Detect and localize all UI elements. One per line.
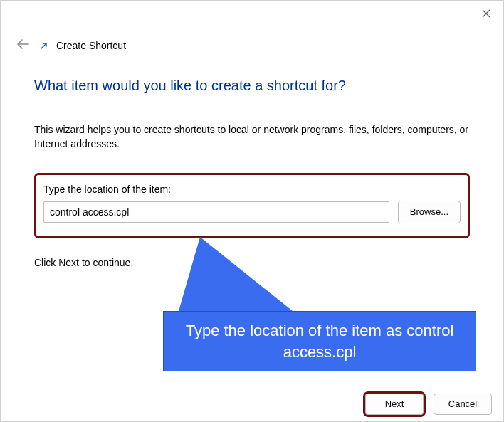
cancel-button[interactable]: Cancel — [434, 394, 492, 415]
shortcut-arrow-icon — [39, 41, 49, 51]
continue-instruction: Click Next to continue. — [34, 257, 470, 268]
location-section-highlight: Type the location of the item: Browse... — [34, 173, 470, 238]
browse-button[interactable]: Browse... — [398, 201, 461, 223]
page-heading: What item would you like to create a sho… — [34, 78, 470, 94]
dialog-footer: Next Cancel — [1, 386, 503, 421]
location-label: Type the location of the item: — [43, 184, 461, 195]
close-icon[interactable] — [479, 6, 493, 21]
location-input[interactable] — [43, 201, 389, 223]
wizard-description: This wizard helps you to create shortcut… — [34, 122, 470, 152]
window-title: Create Shortcut — [56, 40, 126, 51]
next-button[interactable]: Next — [365, 394, 424, 415]
instruction-callout: Type the location of the item as control… — [163, 311, 476, 371]
back-arrow-icon[interactable] — [14, 36, 32, 54]
